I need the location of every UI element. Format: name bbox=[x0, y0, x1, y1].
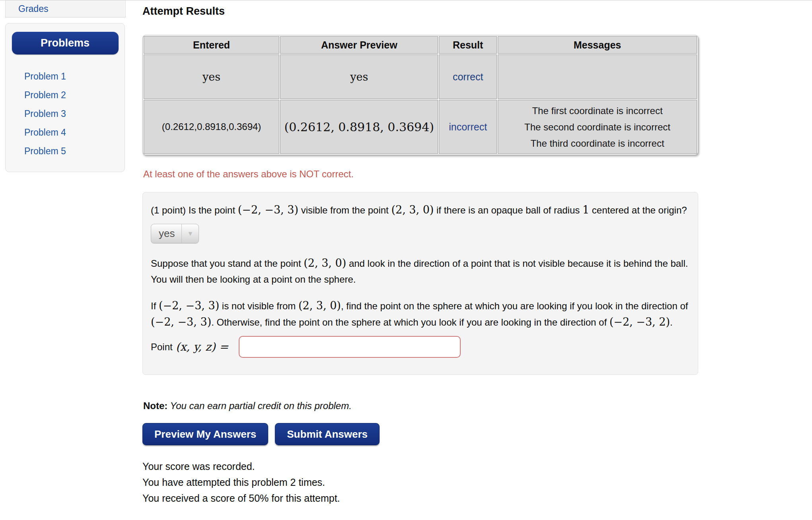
sidebar-item-problem-1[interactable]: Problem 1 bbox=[6, 67, 125, 86]
warning-message: At least one of the answers above is NOT… bbox=[143, 169, 698, 180]
status-line: Your score was recorded. bbox=[142, 458, 698, 474]
answer-label: Point bbox=[151, 341, 173, 353]
problem-text: centered at the origin? bbox=[589, 205, 687, 215]
sidebar-item-grades[interactable]: Grades bbox=[5, 0, 126, 17]
main-content: Attempt Results Entered Answer Preview R… bbox=[126, 0, 698, 506]
entered-cell: yes bbox=[144, 54, 279, 99]
col-header-answer-preview: Answer Preview bbox=[280, 36, 438, 54]
math-point: (2, 3, 0) bbox=[298, 299, 341, 312]
math-point: (2, 3, 0) bbox=[391, 204, 434, 216]
problems-header-button[interactable]: Problems bbox=[12, 32, 119, 54]
sidebar-item-problem-3[interactable]: Problem 3 bbox=[6, 105, 125, 123]
table-header-row: Entered Answer Preview Result Messages bbox=[144, 36, 697, 54]
col-header-entered: Entered bbox=[144, 36, 279, 54]
point-answer-input[interactable] bbox=[239, 336, 461, 358]
chevron-down-icon: ▼ bbox=[182, 230, 199, 237]
math-point: (−2, −3, 3) bbox=[238, 204, 298, 216]
attempt-results-table: Entered Answer Preview Result Messages y… bbox=[142, 35, 698, 155]
problem-text: if there is an opaque ball of radius bbox=[434, 205, 582, 215]
answer-dropdown[interactable]: yes ▼ bbox=[151, 224, 199, 243]
partial-credit-note: Note: You can earn partial credit on thi… bbox=[143, 400, 698, 411]
problem-text: , find the point on the sphere at which … bbox=[341, 301, 688, 311]
problem-statement: (1 point) Is the point (−2, −3, 3) visib… bbox=[142, 192, 698, 375]
sidebar-item-problem-2[interactable]: Problem 2 bbox=[6, 86, 125, 105]
message-line: The third coordinate is incorrect bbox=[501, 135, 693, 151]
math-point: (−2, −3, 3) bbox=[151, 316, 211, 328]
problem-text: If bbox=[151, 301, 159, 311]
answer-preview-cell: yes bbox=[280, 54, 438, 99]
math-point: (−2, −3, 3) bbox=[159, 299, 219, 312]
preview-my-answers-button[interactable]: Preview My Answers bbox=[142, 423, 268, 445]
entered-cell: (0.2612,0.8918,0.3694) bbox=[144, 100, 279, 154]
math-point: (2, 3, 0) bbox=[304, 257, 346, 269]
problem-paragraph-3: If (−2, −3, 3) is not visible from (2, 3… bbox=[151, 298, 690, 330]
messages-cell-empty bbox=[498, 54, 697, 99]
math-number: 1 bbox=[582, 204, 589, 216]
note-label: Note: bbox=[143, 400, 167, 411]
answer-preview-cell: (0.2612, 0.8918, 0.3694) bbox=[280, 100, 438, 154]
answer-label-math: (x, y, z) = bbox=[176, 340, 228, 353]
submit-answers-button[interactable]: Submit Answers bbox=[275, 423, 380, 445]
status-line: You received a score of 50% for this att… bbox=[142, 490, 698, 506]
action-buttons: Preview My Answers Submit Answers bbox=[142, 423, 698, 445]
result-cell-incorrect: incorrect bbox=[439, 100, 497, 154]
problem-text: (1 point) Is the point bbox=[151, 205, 238, 215]
message-line: The first coordinate is incorrect bbox=[501, 103, 693, 119]
status-line: You have attempted this problem 2 times. bbox=[142, 474, 698, 490]
note-text: You can earn partial credit on this prob… bbox=[167, 400, 352, 411]
col-header-result: Result bbox=[439, 36, 497, 54]
table-row: yes yes correct bbox=[144, 54, 697, 99]
grades-link[interactable]: Grades bbox=[18, 4, 48, 14]
page-title: Attempt Results bbox=[142, 5, 698, 17]
score-status: Your score was recorded. You have attemp… bbox=[142, 458, 698, 506]
problem-paragraph-2: Suppose that you stand at the point (2, … bbox=[151, 255, 690, 287]
sidebar-item-problem-5[interactable]: Problem 5 bbox=[6, 142, 125, 161]
messages-cell: The first coordinate is incorrect The se… bbox=[498, 100, 697, 154]
problem-links-nav: Problem 1 Problem 2 Problem 3 Problem 4 … bbox=[6, 67, 125, 161]
problem-text: . Otherwise, find the point on the spher… bbox=[211, 317, 609, 328]
result-cell-correct: correct bbox=[439, 54, 497, 99]
sidebar: Grades Problems Problem 1 Problem 2 Prob… bbox=[0, 0, 126, 506]
message-line: The second coordinate is incorrect bbox=[501, 119, 693, 135]
problem-text: visible from the point bbox=[298, 205, 391, 215]
math-point: (−2, −3, 2) bbox=[609, 316, 670, 328]
dropdown-selected-value: yes bbox=[151, 224, 182, 243]
problem-paragraph-1: (1 point) Is the point (−2, −3, 3) visib… bbox=[151, 202, 690, 218]
col-header-messages: Messages bbox=[498, 36, 697, 54]
problems-panel: Problems Problem 1 Problem 2 Problem 3 P… bbox=[5, 23, 125, 172]
table-row: (0.2612,0.8918,0.3694) (0.2612, 0.8918, … bbox=[144, 100, 697, 154]
sidebar-item-problem-4[interactable]: Problem 4 bbox=[6, 123, 125, 142]
page: Grades Problems Problem 1 Problem 2 Prob… bbox=[0, 0, 812, 506]
problem-text: Suppose that you stand at the point bbox=[151, 258, 304, 269]
problem-text: . bbox=[670, 317, 673, 328]
problem-text: is not visible from bbox=[219, 301, 298, 311]
answer-line: Point (x, y, z) = bbox=[151, 336, 690, 358]
